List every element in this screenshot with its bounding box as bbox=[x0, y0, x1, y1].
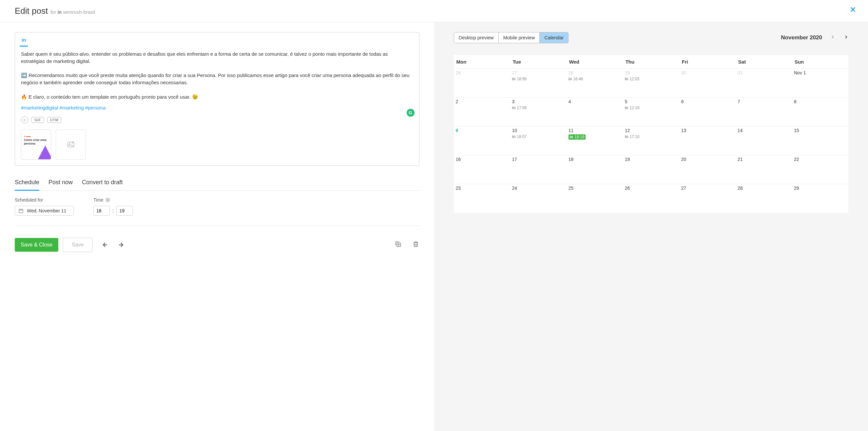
calendar-day[interactable]: 5in12:18 bbox=[623, 97, 679, 126]
calendar-day[interactable]: 28in16:46 bbox=[566, 68, 623, 97]
gif-button[interactable]: GIF bbox=[31, 117, 44, 123]
time-label: Time bbox=[93, 197, 133, 203]
calendar-dow: Tue bbox=[510, 55, 566, 68]
linkedin-icon: in bbox=[568, 77, 572, 81]
linkedin-icon: in bbox=[512, 134, 516, 139]
calendar-day[interactable]: 23 bbox=[454, 184, 510, 213]
calendar-day[interactable]: 21 bbox=[736, 155, 792, 184]
compose-box: in Saber quem é seu público-alvo, entend… bbox=[15, 32, 420, 166]
calendar-day[interactable]: 10in18:07 bbox=[510, 126, 566, 155]
calendar-day[interactable]: 9 bbox=[454, 126, 510, 155]
tab-schedule[interactable]: Schedule bbox=[15, 179, 39, 191]
next-month-button[interactable] bbox=[844, 35, 848, 41]
calendar-day[interactable]: 17 bbox=[510, 155, 566, 184]
calendar-day[interactable]: 11in18:19 bbox=[566, 126, 623, 155]
calendar-day[interactable]: 4 bbox=[566, 97, 623, 126]
calendar-day[interactable]: 31 bbox=[736, 68, 792, 97]
calendar-dow: Sun bbox=[792, 55, 848, 68]
next-post-button[interactable] bbox=[117, 240, 126, 250]
calendar-day[interactable]: 24 bbox=[510, 184, 566, 213]
prev-month-button[interactable] bbox=[831, 35, 835, 41]
calendar-event[interactable]: in18:19 bbox=[568, 134, 586, 140]
calendar-month: November 2020 bbox=[781, 34, 822, 41]
calendar-dow: Thu bbox=[623, 55, 679, 68]
add-image-button[interactable] bbox=[56, 129, 86, 160]
calendar-event[interactable]: in17:10 bbox=[625, 134, 677, 139]
semrush-logo-icon bbox=[24, 132, 31, 136]
save-button[interactable]: Save bbox=[63, 238, 92, 252]
calendar-day[interactable]: 18 bbox=[566, 155, 623, 184]
emoji-button[interactable]: ☺ bbox=[21, 116, 28, 124]
tab-convert-draft[interactable]: Convert to draft bbox=[82, 179, 123, 190]
minute-input[interactable] bbox=[116, 206, 133, 216]
utm-button[interactable]: UTM bbox=[47, 117, 61, 123]
calendar-event[interactable]: in18:56 bbox=[512, 77, 565, 81]
calendar-day[interactable]: 26 bbox=[454, 68, 510, 97]
post-textarea[interactable]: Saber quem é seu público-alvo, entender … bbox=[21, 51, 413, 100]
date-picker[interactable]: Wed, November 11 bbox=[15, 206, 74, 216]
seg-desktop[interactable]: Desktop preview bbox=[454, 32, 499, 43]
calendar-dow: Mon bbox=[454, 55, 510, 68]
calendar-event[interactable]: in12:05 bbox=[625, 77, 677, 81]
calendar-day[interactable]: 22 bbox=[792, 155, 848, 184]
calendar-event[interactable]: in12:18 bbox=[625, 105, 677, 110]
page-title: Edit post bbox=[15, 6, 48, 16]
calendar-dow: Fri bbox=[679, 55, 736, 68]
calendar-day[interactable]: 13 bbox=[679, 126, 736, 155]
linkedin-icon: in bbox=[570, 135, 574, 139]
calendar-dow: Sat bbox=[736, 55, 792, 68]
linkedin-icon: in bbox=[512, 105, 516, 110]
seg-calendar[interactable]: Calendar bbox=[540, 32, 568, 43]
linkedin-icon: in bbox=[22, 37, 26, 42]
seg-mobile[interactable]: Mobile preview bbox=[499, 32, 540, 43]
account-context: for in semrush-brasil bbox=[51, 9, 95, 15]
calendar-day[interactable]: 27in18:56 bbox=[510, 68, 566, 97]
hour-input[interactable] bbox=[93, 206, 110, 216]
attached-image[interactable]: Como criar uma persona bbox=[21, 129, 51, 160]
grammarly-icon[interactable]: G bbox=[407, 109, 414, 117]
calendar-day[interactable]: 15 bbox=[792, 126, 848, 155]
calendar-day[interactable]: 12in17:10 bbox=[623, 126, 679, 155]
save-close-button[interactable]: Save & Close bbox=[15, 238, 58, 252]
svg-rect-2 bbox=[19, 210, 23, 213]
linkedin-icon: in bbox=[58, 9, 62, 15]
calendar-day[interactable]: 27 bbox=[679, 184, 736, 213]
calendar-day[interactable]: 16 bbox=[454, 155, 510, 184]
tab-linkedin[interactable]: in bbox=[20, 36, 28, 47]
calendar-day[interactable]: 26 bbox=[623, 184, 679, 213]
info-icon[interactable] bbox=[105, 197, 110, 202]
duplicate-button[interactable] bbox=[395, 241, 402, 249]
linkedin-icon: in bbox=[625, 105, 628, 110]
calendar-day[interactable]: Nov 1 bbox=[792, 68, 848, 97]
header: Edit post for in semrush-brasil bbox=[0, 0, 868, 22]
prev-post-button[interactable] bbox=[100, 240, 110, 250]
calendar-day[interactable]: 14 bbox=[736, 126, 792, 155]
linkedin-icon: in bbox=[625, 77, 628, 81]
calendar-day[interactable]: 30 bbox=[679, 68, 736, 97]
calendar-event[interactable]: in16:46 bbox=[568, 77, 621, 81]
calendar-day[interactable]: 25 bbox=[566, 184, 623, 213]
calendar-day[interactable]: 3in17:56 bbox=[510, 97, 566, 126]
calendar-day[interactable]: 29 bbox=[792, 184, 848, 213]
calendar-dow: Wed bbox=[566, 55, 623, 68]
close-button[interactable] bbox=[849, 6, 857, 14]
calendar-day[interactable]: 29in12:05 bbox=[623, 68, 679, 97]
publish-mode-tabs: Schedule Post now Convert to draft bbox=[15, 179, 420, 191]
calendar-event[interactable]: in17:56 bbox=[512, 105, 565, 110]
post-hashtags[interactable]: #marketingdigital #marketing #persona bbox=[21, 105, 413, 111]
calendar-day[interactable]: 8 bbox=[792, 97, 848, 126]
scheduled-for-label: Scheduled for bbox=[15, 197, 74, 203]
linkedin-icon: in bbox=[625, 134, 628, 139]
delete-button[interactable] bbox=[412, 241, 420, 249]
calendar-icon bbox=[18, 208, 24, 213]
linkedin-icon: in bbox=[512, 77, 516, 81]
calendar-day[interactable]: 28 bbox=[736, 184, 792, 213]
tab-post-now[interactable]: Post now bbox=[49, 179, 73, 190]
calendar-day[interactable]: 20 bbox=[679, 155, 736, 184]
calendar-day[interactable]: 2 bbox=[454, 97, 510, 126]
calendar-day[interactable]: 19 bbox=[623, 155, 679, 184]
calendar-event[interactable]: in18:07 bbox=[512, 134, 565, 139]
calendar-day[interactable]: 7 bbox=[736, 97, 792, 126]
calendar-day[interactable]: 6 bbox=[679, 97, 736, 126]
preview-segment: Desktop preview Mobile preview Calendar bbox=[454, 32, 569, 43]
